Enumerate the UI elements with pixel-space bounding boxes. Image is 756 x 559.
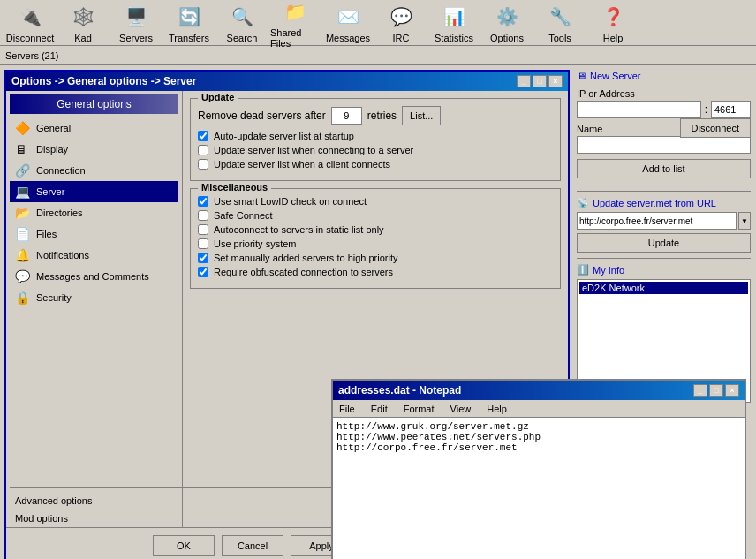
servers-label: Servers [119,33,153,43]
misc-checkbox-smart-lowid[interactable] [198,196,208,207]
toolbar-btn-options[interactable]: ⚙️ Options [480,1,533,45]
update-section-title: Update [198,92,238,102]
checkbox-row-update-on-client: Update server list when a client connect… [198,159,553,170]
sidebar-item-messages-comments[interactable]: 💬 Messages and Comments [10,266,178,287]
add-to-list-button[interactable]: Add to list [577,159,751,178]
url-section: 📡 Update server.met from URL http://corp… [577,197,751,253]
maximize-button[interactable]: □ [533,75,547,87]
misc-checkbox-autoconnect-static[interactable] [198,224,208,235]
notepad-minimize-button[interactable]: _ [693,384,707,397]
update-row: Remove dead servers after 9 retries List… [198,106,553,125]
url-section-label: 📡 Update server.met from URL [577,197,751,208]
notepad-menubar: FileEditFormatViewHelp [333,400,745,418]
checkbox-update-on-client[interactable] [198,159,208,170]
misc-checkbox-row-autoconnect-static: Autoconnect to servers in static list on… [198,224,553,235]
misc-checkbox-row-use-priority: Use priority system [198,238,553,249]
cancel-button[interactable]: Cancel [222,535,284,556]
notepad-textarea[interactable] [333,418,745,559]
sidebar-item-directories[interactable]: 📂 Directories [10,202,178,223]
options-sidebar: General options 🔶 General 🖥 Display 🔗 Co… [6,91,183,527]
toolbar-btn-tools[interactable]: 🔧 Tools [533,1,586,45]
kad-label: Kad [74,33,92,43]
files-sidebar-icon: 📄 [15,227,31,241]
misc-checkbox-obfuscated[interactable] [198,267,208,277]
sidebar-item-display[interactable]: 🖥 Display [10,139,178,160]
toolbar-btn-help[interactable]: ❓ Help [586,1,639,45]
toolbar-btn-search[interactable]: 🔍 Search [215,1,268,45]
notifications-sidebar-label: Notifications [36,250,89,261]
checkbox-label-update-on-connect: Update server list when connecting to a … [214,145,413,155]
my-info-label: ℹ️ My Info [577,264,751,276]
sidebar-item-security[interactable]: 🔒 Security [10,287,178,308]
menu-item-file[interactable]: File [336,404,358,414]
minimize-button[interactable]: _ [517,75,531,87]
remove-label: Remove dead servers after [198,110,326,122]
toolbar-btn-disconnect[interactable]: 🔌 Disconnect [4,1,57,45]
files-sidebar-label: Files [36,229,57,239]
sidebar-item-connection[interactable]: 🔗 Connection [10,160,178,181]
menu-item-format[interactable]: Format [401,404,437,414]
menu-item-view[interactable]: View [448,404,474,414]
messages-comments-sidebar-icon: 💬 [15,269,31,283]
divider2 [577,258,751,259]
tools-icon: 🔧 [546,3,574,31]
advanced-options-label: Advanced options [15,495,92,506]
toolbar-btn-servers[interactable]: 🖥️ Servers [110,1,163,45]
sidebar-item-general[interactable]: 🔶 General [10,117,178,139]
misc-checkbox-row-safe-connect: Safe Connect [198,210,553,221]
name-input[interactable] [577,136,751,154]
toolbar-btn-messages[interactable]: ✉️ Messages [321,1,374,45]
new-server-button[interactable]: 🖥 New Server [577,71,751,81]
ip-input[interactable] [577,101,701,118]
misc-checkbox-use-priority[interactable] [198,238,208,249]
options-label: Options [490,33,524,43]
sidebar-item-notifications[interactable]: 🔔 Notifications [10,245,178,266]
notepad-title: addresses.dat - Notepad [338,384,461,397]
server-bar: Servers (21) [0,46,756,65]
url-input[interactable]: http://corpo.free.fr/server.met [577,212,737,230]
misc-section: Miscellaneous Use smart LowID check on c… [190,188,561,289]
update-url-button[interactable]: Update [577,233,751,253]
ok-button[interactable]: OK [153,535,215,556]
toolbar-btn-statistics[interactable]: 📊 Statistics [427,1,480,45]
transfers-icon: 🔄 [175,3,203,31]
checkbox-update-on-connect[interactable] [198,145,208,155]
ip-label: IP or Address [577,88,751,99]
general-sidebar-icon: 🔶 [15,121,31,135]
toolbar-btn-shared-files[interactable]: 📁 Shared Files [268,0,321,50]
remove-value-input[interactable]: 9 [331,107,362,125]
notepad-close-button[interactable]: × [725,384,739,397]
new-server-icon: 🖥 [577,71,586,81]
misc-checkbox-high-priority[interactable] [198,253,208,263]
sidebar-item-files[interactable]: 📄 Files [10,223,178,245]
kad-icon: 🕸️ [69,3,97,31]
titlebar-controls: _ □ × [517,75,563,87]
new-server-label: New Server [590,71,640,81]
toolbar-btn-transfers[interactable]: 🔄 Transfers [163,1,215,45]
toolbar-btn-irc[interactable]: 💬 IRC [374,1,427,45]
irc-label: IRC [393,33,410,43]
list-button[interactable]: List... [402,106,441,125]
url-label-text: Update server.met from URL [593,198,716,208]
toolbar-btn-kad[interactable]: 🕸️ Kad [57,1,110,45]
disconnect-top-button[interactable]: Disconnect [680,118,751,138]
notepad-maximize-button[interactable]: □ [709,384,723,397]
checkbox-auto-update[interactable] [198,131,208,141]
url-dropdown[interactable]: ▼ [738,212,751,230]
checkbox-row-update-on-connect: Update server list when connecting to a … [198,145,553,155]
search-label: Search [227,33,258,43]
server-sidebar-label: Server [36,186,64,197]
menu-item-help[interactable]: Help [484,404,510,414]
my-info-icon: ℹ️ [577,264,589,276]
security-sidebar-label: Security [36,292,72,303]
misc-checkboxes: Use smart LowID check on connect Safe Co… [198,196,553,277]
close-button[interactable]: × [548,75,563,87]
menu-item-edit[interactable]: Edit [368,404,390,414]
statistics-icon: 📊 [440,3,468,31]
misc-checkbox-label-use-priority: Use priority system [214,238,297,249]
options-title: Options -> General options -> Server [11,75,196,87]
misc-checkbox-safe-connect[interactable] [198,210,208,221]
port-input[interactable]: 4661 [711,101,751,118]
my-info-text: My Info [593,265,624,276]
sidebar-item-server[interactable]: 💻 Server [10,181,178,202]
